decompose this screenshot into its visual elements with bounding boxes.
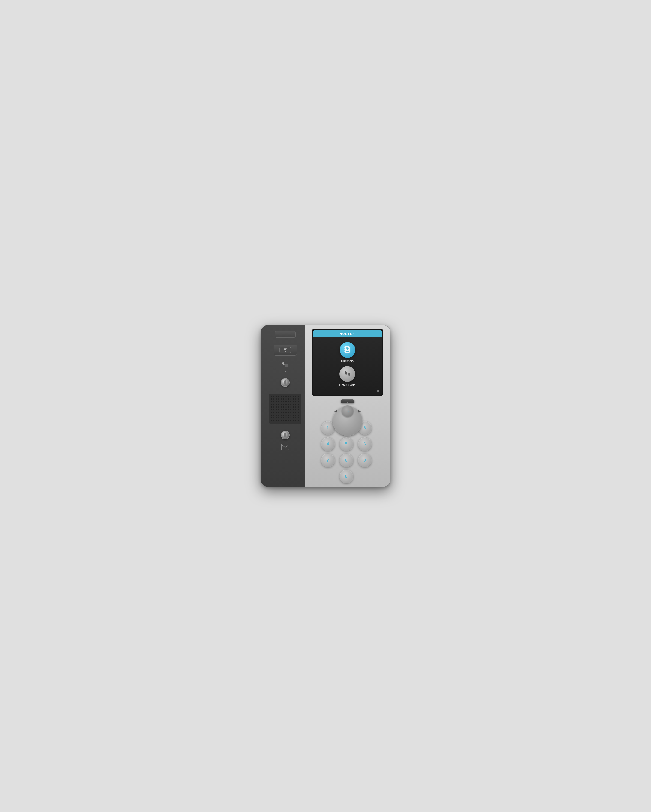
speaker-dot	[298, 409, 299, 410]
speaker-dot	[288, 404, 289, 405]
screen-content: Directory	[313, 337, 382, 391]
speaker-dot	[278, 412, 279, 413]
speaker-dot	[278, 409, 279, 410]
settings-icon[interactable]: ⚙	[377, 389, 380, 393]
enter-code-button[interactable]: Enter Code	[339, 366, 356, 387]
key-0[interactable]: 0	[339, 469, 353, 483]
speaker-dot	[278, 415, 279, 416]
speaker-dot	[286, 417, 287, 418]
speaker-dot	[288, 417, 289, 418]
speaker-dot	[293, 415, 294, 416]
speaker-dot	[281, 420, 282, 421]
key-7[interactable]: 7	[321, 453, 335, 467]
speaker-dot	[273, 395, 274, 397]
speaker-dot	[286, 420, 287, 421]
speaker-dot	[288, 420, 289, 421]
speaker-dot	[293, 420, 294, 421]
speaker-dot	[288, 401, 289, 402]
speaker-dot	[273, 412, 274, 413]
speaker-dot	[295, 404, 296, 405]
speaker-dot	[278, 406, 279, 408]
speaker-dot	[273, 409, 274, 410]
speaker-dot	[276, 420, 277, 421]
speaker-dot	[281, 401, 282, 402]
speaker-dot	[278, 404, 279, 405]
speaker-dot	[271, 412, 272, 413]
speaker-dot	[271, 406, 272, 408]
speaker-dot	[283, 420, 284, 421]
speaker-dot	[295, 415, 296, 416]
speaker-dot	[293, 404, 294, 405]
speaker-dot	[281, 395, 282, 397]
device-screen: NORTEK	[313, 330, 382, 395]
dpad-right[interactable]: ▶	[358, 409, 361, 413]
speaker-dot	[295, 406, 296, 408]
key-5[interactable]: 5	[339, 437, 353, 451]
speaker-dot	[276, 395, 277, 397]
directory-icon	[340, 342, 355, 358]
speaker-dot	[290, 406, 292, 408]
speaker-dot	[298, 401, 299, 402]
speaker-dot	[298, 420, 299, 421]
speaker-dot	[281, 415, 282, 416]
speaker-dot	[273, 417, 274, 418]
speaker-dot	[293, 417, 294, 418]
speaker-dot	[298, 412, 299, 413]
speaker-dot	[286, 412, 287, 413]
speaker-dot	[281, 417, 282, 418]
key-cylinder-bottom	[281, 431, 290, 440]
speaker-dot	[298, 404, 299, 405]
svg-point-16	[346, 348, 349, 350]
speaker-dot	[288, 395, 289, 397]
dpad-ok[interactable]: →	[342, 405, 353, 417]
speaker-dot	[278, 401, 279, 402]
speaker-dot	[288, 412, 289, 413]
speaker-dot	[290, 412, 292, 413]
speaker-dot	[273, 406, 274, 408]
speaker-dot	[293, 401, 294, 402]
svg-rect-11	[281, 444, 289, 450]
svg-point-5	[285, 366, 286, 366]
speaker-dot	[273, 420, 274, 421]
left-panel: // Will be generated by JS below	[261, 325, 309, 487]
mail-icon	[281, 444, 289, 452]
key-cylinder-top	[281, 378, 290, 387]
directory-button[interactable]: Directory	[340, 342, 355, 363]
speaker-dot	[271, 404, 272, 405]
speaker-dot	[276, 398, 277, 400]
speaker-grille: // Will be generated by JS below	[269, 394, 301, 424]
speaker-dot	[271, 395, 272, 397]
key-4[interactable]: 4	[321, 437, 335, 451]
svg-rect-15	[344, 351, 345, 353]
speaker-dot	[293, 406, 294, 408]
svg-point-8	[285, 366, 286, 367]
speaker-dot	[295, 409, 296, 410]
indicator-dot	[284, 371, 286, 372]
ok-icon: →	[345, 409, 350, 414]
enter-code-label: Enter Code	[339, 383, 356, 387]
address-book-icon	[343, 346, 352, 354]
speaker-dot	[288, 409, 289, 410]
speaker-dot	[298, 398, 299, 400]
speaker-dot	[298, 406, 299, 408]
svg-point-6	[286, 366, 287, 366]
speaker-dot	[290, 398, 292, 400]
speaker-dot	[278, 398, 279, 400]
speaker-dot	[271, 409, 272, 410]
speaker-dot	[290, 395, 292, 397]
speaker-dot	[293, 398, 294, 400]
enter-code-icon	[339, 366, 355, 382]
speaker-dot	[286, 406, 287, 408]
speaker-dot	[283, 406, 284, 408]
dpad-left[interactable]: ◀	[335, 409, 337, 413]
speaker-dot	[271, 398, 272, 400]
speaker-dot	[288, 415, 289, 416]
key-8[interactable]: 8	[339, 453, 353, 467]
key-6[interactable]: 6	[358, 437, 372, 451]
svg-rect-14	[344, 349, 345, 350]
rf-reader-button[interactable]	[274, 345, 297, 356]
svg-point-18	[349, 373, 350, 374]
speaker-dot	[281, 412, 282, 413]
home-button[interactable]: ⌂	[341, 399, 355, 403]
key-9[interactable]: 9	[358, 453, 372, 467]
